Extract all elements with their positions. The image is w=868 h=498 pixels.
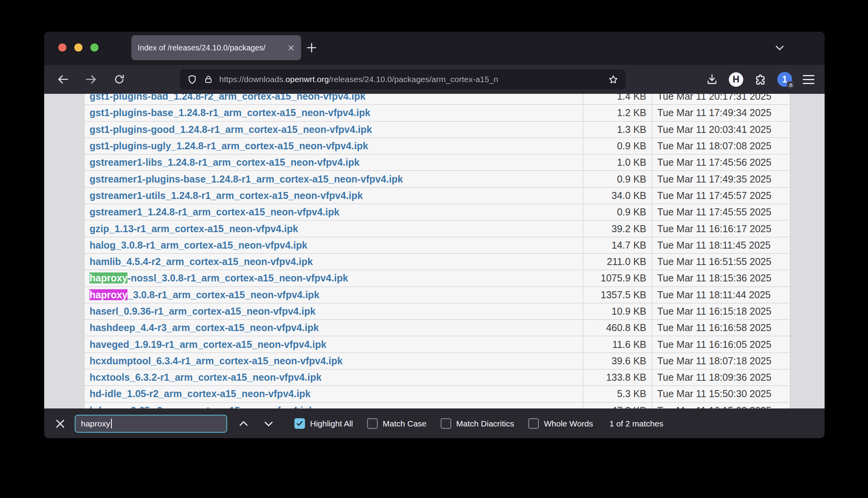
match-case-option[interactable]: Match Case — [367, 418, 427, 429]
file-date-cell: Tue Mar 11 18:07:08 2025 — [652, 138, 790, 154]
file-size-cell: 133.8 KB — [583, 369, 652, 385]
highlight-all-option[interactable]: Highlight All — [294, 418, 353, 429]
file-name-cell: hdparm_9.65-r2_arm_cortex-a15_neon-vfpv4… — [84, 403, 583, 408]
highlight-all-checkbox[interactable] — [294, 418, 305, 429]
file-date-cell: Tue Mar 11 17:45:55 2025 — [652, 204, 790, 220]
extension-h-icon[interactable]: H — [729, 72, 743, 87]
whole-words-option[interactable]: Whole Words — [528, 418, 593, 429]
file-link[interactable]: gstreamer1_1.24.8-r1_arm_cortex-a15_neon… — [90, 206, 339, 218]
file-date-cell: Tue Mar 11 18:09:36 2025 — [652, 369, 790, 385]
file-link[interactable]: gst1-plugins-bad_1.24.8-r2_arm_cortex-a1… — [90, 94, 366, 102]
file-link[interactable]: haproxy-nossl_3.0.8-r1_arm_cortex-a15_ne… — [90, 272, 348, 284]
new-tab-button[interactable] — [305, 41, 318, 54]
whole-words-label[interactable]: Whole Words — [544, 419, 593, 428]
match-case-checkbox[interactable] — [367, 418, 378, 429]
match-case-label[interactable]: Match Case — [383, 419, 427, 428]
file-size-cell: 39.2 KB — [583, 220, 652, 236]
menu-icon[interactable] — [803, 75, 814, 84]
browser-window: Index of /releases/24.10.0/packages/ — [44, 32, 825, 438]
file-size-cell: 0.9 KB — [583, 171, 652, 187]
file-link[interactable]: haproxy_3.0.8-r1_arm_cortex-a15_neon-vfp… — [90, 289, 319, 301]
url-path: /releases/24.10.0/packages/arm_cortex-a1… — [329, 75, 498, 84]
reload-button[interactable] — [110, 70, 129, 89]
file-link[interactable]: hamlib_4.5.4-r2_arm_cortex-a15_neon-vfpv… — [90, 256, 313, 267]
table-row: gzip_1.13-r1_arm_cortex-a15_neon-vfpv4.i… — [84, 220, 790, 237]
file-date-cell: Tue Mar 11 20:17:31 2025 — [652, 94, 790, 104]
file-name-cell: hcxtools_6.3.2-r1_arm_cortex-a15_neon-vf… — [84, 369, 583, 385]
browser-tab[interactable]: Index of /releases/24.10.0/packages/ — [131, 35, 301, 60]
find-close-icon[interactable] — [54, 418, 66, 430]
file-link[interactable]: gst1-plugins-ugly_1.24.8-r1_arm_cortex-a… — [90, 140, 368, 152]
file-link[interactable]: halog_3.0.8-r1_arm_cortex-a15_neon-vfpv4… — [90, 240, 307, 251]
file-link[interactable]: gstreamer1-utils_1.24.8-r1_arm_cortex-a1… — [90, 190, 363, 201]
file-link[interactable]: gstreamer1-libs_1.24.8-r1_arm_cortex-a15… — [90, 157, 360, 168]
file-link[interactable]: gzip_1.13-r1_arm_cortex-a15_neon-vfpv4.i… — [90, 223, 298, 235]
table-row: gst1-plugins-bad_1.24.8-r2_arm_cortex-a1… — [84, 94, 790, 105]
lock-icon[interactable] — [204, 75, 213, 84]
table-row: gstreamer1-libs_1.24.8-r1_arm_cortex-a15… — [84, 154, 790, 171]
file-date-cell: Tue Mar 11 20:03:41 2025 — [652, 122, 790, 138]
downloads-icon[interactable] — [706, 73, 718, 86]
url-bar[interactable]: https://downloads.openwrt.org/releases/2… — [180, 69, 626, 90]
file-name-cell: gstreamer1_1.24.8-r1_arm_cortex-a15_neon… — [84, 204, 583, 220]
file-date-cell: Tue Mar 11 18:11:45 2025 — [652, 237, 790, 253]
match-diacritics-option[interactable]: Match Diacritics — [441, 418, 514, 429]
file-name-cell: hcxdumptool_6.3.4-r1_arm_cortex-a15_neon… — [84, 353, 583, 369]
tab-list-chevron-icon[interactable] — [774, 42, 786, 54]
table-row: haproxy-nossl_3.0.8-r1_arm_cortex-a15_ne… — [84, 270, 790, 287]
close-window-button[interactable] — [58, 43, 66, 52]
file-size-cell: 1.3 KB — [583, 122, 652, 138]
bookmark-star-icon[interactable] — [608, 74, 619, 85]
extensions-puzzle-icon[interactable] — [754, 73, 767, 86]
table-row: hcxtools_6.3.2-r1_arm_cortex-a15_neon-vf… — [84, 369, 790, 386]
file-link[interactable]: gst1-plugins-good_1.24.8-r1_arm_cortex-a… — [90, 124, 372, 135]
file-link[interactable]: hcxtools_6.3.2-r1_arm_cortex-a15_neon-vf… — [90, 372, 321, 383]
minimize-window-button[interactable] — [74, 43, 82, 52]
navigation-toolbar: https://downloads.openwrt.org/releases/2… — [44, 65, 825, 94]
file-link[interactable]: haserl_0.9.36-r1_arm_cortex-a15_neon-vfp… — [90, 306, 316, 317]
password-manager-digit: 1 — [782, 74, 787, 85]
forward-button[interactable] — [82, 70, 100, 89]
window-controls — [58, 43, 99, 52]
file-size-cell: 0.9 KB — [583, 204, 652, 220]
text-caret — [111, 419, 112, 428]
file-name-cell: hd-idle_1.05-r2_arm_cortex-a15_neon-vfpv… — [84, 386, 583, 402]
zoom-window-button[interactable] — [90, 43, 99, 52]
table-row: haserl_0.9.36-r1_arm_cortex-a15_neon-vfp… — [84, 303, 790, 320]
whole-words-checkbox[interactable] — [528, 418, 539, 429]
file-size-cell: 211.0 KB — [583, 254, 652, 270]
table-row: gstreamer1-utils_1.24.8-r1_arm_cortex-a1… — [84, 188, 790, 204]
file-date-cell: Tue Mar 11 17:49:35 2025 — [652, 171, 790, 187]
file-link[interactable]: hdparm_9.65-r2_arm_cortex-a15_neon-vfpv4… — [90, 405, 314, 408]
file-size-cell: 39.6 KB — [583, 353, 652, 369]
file-size-cell: 34.0 KB — [583, 188, 652, 204]
file-date-cell: Tue Mar 11 17:45:56 2025 — [652, 154, 790, 170]
match-diacritics-checkbox[interactable] — [441, 418, 451, 429]
find-input[interactable]: haproxy — [75, 415, 227, 433]
table-row: gstreamer1_1.24.8-r1_arm_cortex-a15_neon… — [84, 204, 790, 220]
file-link[interactable]: gst1-plugins-base_1.24.8-r1_arm_cortex-a… — [90, 107, 370, 118]
file-link[interactable]: hcxdumptool_6.3.4-r1_arm_cortex-a15_neon… — [90, 355, 343, 367]
tab-close-icon[interactable] — [287, 44, 295, 52]
file-size-cell: 0.9 KB — [583, 138, 652, 154]
match-diacritics-label[interactable]: Match Diacritics — [456, 419, 514, 428]
file-name-cell: haproxy-nossl_3.0.8-r1_arm_cortex-a15_ne… — [84, 270, 583, 286]
password-manager-icon[interactable]: 1 — [777, 72, 792, 87]
file-date-cell: Tue Mar 11 16:16:05 2025 — [652, 336, 790, 352]
file-size-cell: 5.3 KB — [583, 386, 652, 402]
highlight-all-label[interactable]: Highlight All — [310, 419, 353, 428]
find-previous-button[interactable] — [235, 415, 252, 432]
find-match-status: 1 of 2 matches — [610, 419, 664, 428]
file-size-cell: 1.0 KB — [583, 154, 652, 170]
back-button[interactable] — [54, 70, 72, 89]
file-date-cell: Tue Mar 11 18:15:36 2025 — [652, 270, 790, 286]
file-link[interactable]: haveged_1.9.19-r1_arm_cortex-a15_neon-vf… — [90, 339, 326, 350]
file-link[interactable]: hashdeep_4.4-r3_arm_cortex-a15_neon-vfpv… — [90, 322, 319, 333]
file-link[interactable]: gstreamer1-plugins-base_1.24.8-r1_arm_co… — [90, 174, 403, 185]
file-link[interactable]: hd-idle_1.05-r2_arm_cortex-a15_neon-vfpv… — [90, 388, 311, 399]
find-next-button[interactable] — [260, 415, 277, 432]
shield-icon[interactable] — [187, 74, 197, 85]
table-row: hcxdumptool_6.3.4-r1_arm_cortex-a15_neon… — [84, 353, 790, 369]
tab-title: Index of /releases/24.10.0/packages/ — [138, 43, 287, 52]
file-size-cell: 1.4 KB — [583, 94, 652, 104]
